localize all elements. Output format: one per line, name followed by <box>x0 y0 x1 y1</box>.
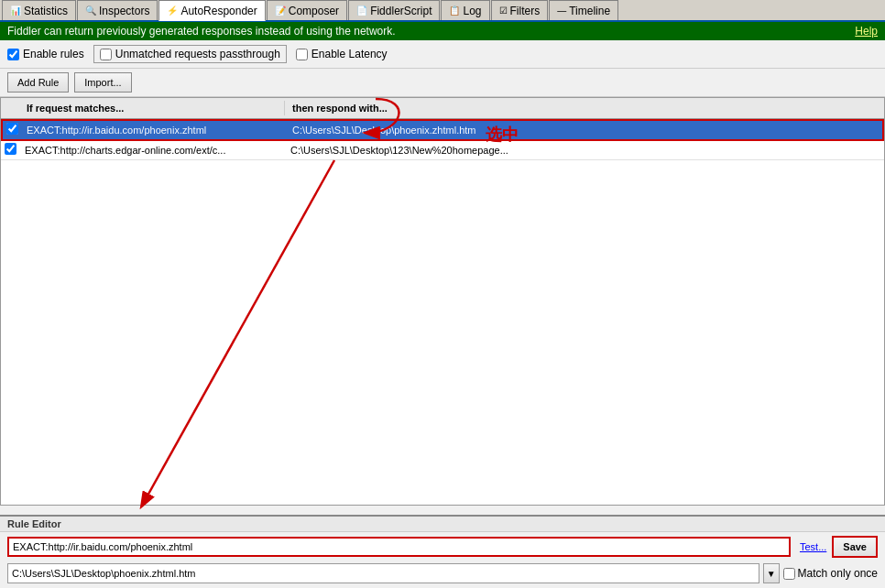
rule-editor-label: Rule Editor <box>0 517 885 532</box>
autoresponder-icon: ⚡ <box>167 5 178 16</box>
composer-icon: 📝 <box>275 5 286 16</box>
path-dropdown-button[interactable]: ▼ <box>763 563 780 583</box>
tab-filters[interactable]: ☑ Filters <box>491 0 549 20</box>
enable-latency-label[interactable]: Enable Latency <box>296 48 388 60</box>
info-message: Fiddler can return previously generated … <box>7 25 396 38</box>
options-bar: Enable rules Unmatched requests passthro… <box>0 40 885 69</box>
enable-rules-label[interactable]: Enable rules <box>7 48 84 60</box>
page-wrapper: 📊 Statistics 🔍 Inspectors ⚡ AutoResponde… <box>0 0 885 588</box>
inspectors-icon: 🔍 <box>85 5 96 16</box>
row1-respond: C:\Users\SJL\Desktop\phoenix.zhtml.htm <box>287 123 882 137</box>
unmatched-passthrough-container: Unmatched requests passthrough <box>93 45 287 63</box>
tab-statistics[interactable]: 📊 Statistics <box>2 0 76 20</box>
rule-match-input[interactable] <box>7 537 791 557</box>
col-respond-header: then respond with... <box>285 101 884 115</box>
tab-timeline[interactable]: — Timeline <box>549 0 618 20</box>
tab-bar: 📊 Statistics 🔍 Inspectors ⚡ AutoResponde… <box>0 0 885 22</box>
row1-match: EXACT:http://ir.baidu.com/phoenix.zhtml <box>21 123 287 137</box>
row2-match: EXACT:http://charts.edgar-online.com/ext… <box>19 143 285 158</box>
unmatched-passthrough-checkbox[interactable] <box>100 49 112 60</box>
rule-editor-path-row: ▼ Match only once <box>0 561 885 585</box>
log-icon: 📋 <box>449 5 460 16</box>
tab-composer[interactable]: 📝 Composer <box>267 0 347 20</box>
row2-checkbox[interactable] <box>5 143 16 155</box>
rule-editor-input-row: Test... Save <box>0 532 885 561</box>
rule-path-input[interactable] <box>7 563 759 583</box>
statistics-icon: 📊 <box>10 5 21 16</box>
annotation-selected: 选中 <box>486 124 519 146</box>
row1-checkbox-cell <box>3 123 21 137</box>
enable-rules-checkbox[interactable] <box>7 49 19 60</box>
tab-inspectors[interactable]: 🔍 Inspectors <box>77 0 158 20</box>
col-match-header: If request matches... <box>19 101 285 115</box>
match-once-label[interactable]: Match only once <box>783 567 878 580</box>
rule-editor: Rule Editor Test... Save ▼ Match only on… <box>0 515 885 588</box>
save-button[interactable]: Save <box>832 536 878 558</box>
tab-log[interactable]: 📋 Log <box>441 0 489 20</box>
match-once-checkbox[interactable] <box>783 568 795 580</box>
unmatched-passthrough-label[interactable]: Unmatched requests passthrough <box>100 48 280 60</box>
tab-autoresponder[interactable]: ⚡ AutoResponder <box>158 0 265 21</box>
row1-checkbox[interactable] <box>6 123 18 135</box>
import-button[interactable]: Import... <box>74 72 131 93</box>
filters-icon: ☑ <box>499 5 508 16</box>
add-rule-button[interactable]: Add Rule <box>7 72 69 93</box>
table-row[interactable]: EXACT:http://ir.baidu.com/phoenix.zhtml … <box>1 119 884 141</box>
tab-fiddlerscript[interactable]: 📄 FiddlerScript <box>348 0 440 20</box>
rules-table-header: If request matches... then respond with.… <box>1 98 884 119</box>
enable-latency-checkbox[interactable] <box>296 49 308 60</box>
timeline-icon: — <box>557 5 566 16</box>
test-link[interactable]: Test... <box>800 541 826 552</box>
row2-respond: C:\Users\SJL\Desktop\123\New%20homepage.… <box>285 143 884 158</box>
row2-checkbox-cell <box>1 143 19 158</box>
help-link[interactable]: Help <box>855 25 878 38</box>
fiddlerscript-icon: 📄 <box>356 5 367 16</box>
buttons-bar: Add Rule Import... <box>0 69 885 97</box>
table-row[interactable]: EXACT:http://charts.edgar-online.com/ext… <box>1 141 884 160</box>
info-bar: Fiddler can return previously generated … <box>0 22 885 40</box>
